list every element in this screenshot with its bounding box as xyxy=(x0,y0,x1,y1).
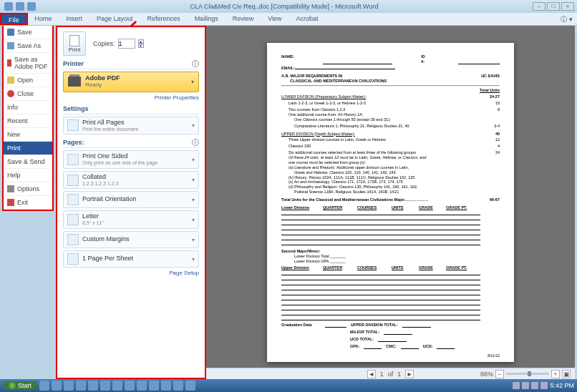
printer-properties-link[interactable]: Printer Properties xyxy=(63,94,199,101)
copies-group: Copies: ▲ ▼ xyxy=(93,39,144,49)
setting-allpages[interactable]: Print All PagesPrint the entire document… xyxy=(63,117,199,135)
taskbar-app-icon[interactable] xyxy=(149,381,159,391)
allpages-icon xyxy=(67,119,79,131)
print-preview: NAME: ID #: EMAIL: A.B. MAJOR REQUIREMEN… xyxy=(206,26,575,379)
qat-undo-icon[interactable] xyxy=(16,2,24,11)
menu-info[interactable]: Info xyxy=(4,101,52,114)
options-icon xyxy=(7,185,14,192)
page-total: 1 xyxy=(397,371,401,378)
pdf-icon xyxy=(7,59,11,67)
zoom-control: 86% − + ▣ xyxy=(480,370,571,378)
qat-redo-icon[interactable] xyxy=(27,2,36,11)
tab-insert[interactable]: Insert xyxy=(59,13,90,25)
window-buttons: – □ × xyxy=(533,2,574,11)
pages-heading: Pages:i xyxy=(63,139,199,148)
saveas-icon xyxy=(7,42,14,49)
setting-perpage[interactable]: 1 Page Per Sheet ▾ xyxy=(63,250,199,268)
menu-help[interactable]: Help xyxy=(4,169,52,182)
tab-references[interactable]: References xyxy=(140,13,188,25)
tray-icon[interactable] xyxy=(540,382,548,389)
system-tray: 5:42 PM xyxy=(513,382,574,389)
ribbon-help-icon[interactable]: ⓘ ▾ xyxy=(556,13,577,25)
print-panel: Print Copies: ▲ ▼ Printeri Adobe PDF Rea… xyxy=(56,26,206,379)
taskbar-app-icon[interactable] xyxy=(125,381,135,391)
menu-save-pdf[interactable]: Save as Adobe PDF xyxy=(4,53,52,74)
menu-close[interactable]: Close xyxy=(4,87,52,101)
taskbar-app-icon[interactable] xyxy=(76,381,86,391)
copies-input[interactable] xyxy=(118,39,135,49)
maximize-button[interactable]: □ xyxy=(547,2,560,11)
windows-orb-icon xyxy=(9,382,16,389)
tray-icon[interactable] xyxy=(531,382,538,389)
printer-heading: Printeri xyxy=(63,60,199,69)
setting-orientation[interactable]: Portrait Orientation ▾ xyxy=(63,191,199,208)
tab-mailings[interactable]: Mailings xyxy=(188,13,226,25)
qat-save-icon[interactable] xyxy=(4,2,13,11)
taskbar-app-icon[interactable] xyxy=(137,381,147,391)
zoom-slider[interactable] xyxy=(506,373,549,375)
taskbar: Start 5:42 PM xyxy=(0,379,577,392)
tab-view[interactable]: View xyxy=(261,13,288,25)
ribbon-tabs: File Home Insert Page Layout References … xyxy=(0,13,577,26)
settings-heading: Settings xyxy=(63,105,199,114)
tray-icon[interactable] xyxy=(522,382,529,389)
print-button-row: Print Copies: ▲ ▼ xyxy=(63,31,199,56)
setting-margins[interactable]: Custom Margins ▾ xyxy=(63,231,199,248)
page-setup-link[interactable]: Page Setup xyxy=(63,270,199,276)
printer-select[interactable]: Adobe PDF Ready ▾ xyxy=(63,72,199,92)
tab-file[interactable]: File xyxy=(0,13,28,25)
taskbar-app-icon[interactable] xyxy=(185,381,195,391)
setting-collated[interactable]: Collated1,2,3 1,2,3 1,2,3 ▾ xyxy=(63,171,199,190)
minimize-button[interactable]: – xyxy=(533,2,546,11)
zoom-out-button[interactable]: − xyxy=(495,370,504,378)
copies-spinner: ▲ ▼ xyxy=(138,39,144,48)
taskbar-app-icon[interactable] xyxy=(112,381,122,391)
menu-open[interactable]: Open xyxy=(4,74,52,87)
zoom-in-button[interactable]: + xyxy=(551,370,560,378)
menu-print[interactable]: Print xyxy=(4,142,52,155)
menu-options[interactable]: Options xyxy=(4,182,52,196)
tab-acrobat[interactable]: Acrobat xyxy=(289,13,326,25)
letter-icon xyxy=(67,214,79,225)
preview-footer: ◄ 1 of 1 ► 86% − + ▣ xyxy=(206,368,575,379)
prev-page-button[interactable]: ◄ xyxy=(367,370,376,378)
menu-save-send[interactable]: Save & Send xyxy=(4,155,52,169)
taskbar-app-icon[interactable] xyxy=(88,381,98,391)
print-button[interactable]: Print xyxy=(63,31,86,56)
clock[interactable]: 5:42 PM xyxy=(550,382,574,389)
next-page-button[interactable]: ► xyxy=(405,370,414,378)
document-page: NAME: ID #: EMAIL: A.B. MAJOR REQUIREMEN… xyxy=(267,43,514,362)
close-button[interactable]: × xyxy=(561,2,574,11)
info-icon[interactable]: i xyxy=(192,139,199,146)
taskbar-app-icon[interactable] xyxy=(64,381,74,391)
info-icon[interactable]: i xyxy=(192,60,199,67)
tray-icon[interactable] xyxy=(513,382,520,389)
portrait-icon xyxy=(67,194,79,205)
taskbar-app-icon[interactable] xyxy=(52,381,62,391)
taskbar-app-icon[interactable] xyxy=(173,381,183,391)
backstage-view: Print Copies: ▲ ▼ Printeri Adobe PDF Rea… xyxy=(56,26,575,379)
spin-down[interactable]: ▼ xyxy=(138,44,144,48)
open-icon xyxy=(7,77,14,84)
printer-device-icon xyxy=(68,77,81,87)
menu-recent[interactable]: Recent xyxy=(4,114,52,128)
start-button[interactable]: Start xyxy=(3,381,37,390)
taskbar-app-icon[interactable] xyxy=(100,381,110,391)
menu-save[interactable]: Save xyxy=(4,26,52,39)
close-icon xyxy=(7,90,14,97)
menu-exit[interactable]: Exit xyxy=(4,196,52,210)
setting-onesided[interactable]: Print One SidedOnly print on one side of… xyxy=(63,150,199,169)
menu-saveas[interactable]: Save As xyxy=(4,39,52,53)
tab-home[interactable]: Home xyxy=(28,13,59,25)
taskbar-app-icon[interactable] xyxy=(161,381,171,391)
onesided-icon xyxy=(67,154,79,165)
page-current: 1 xyxy=(380,371,384,378)
exit-icon xyxy=(7,199,14,206)
file-menu: Save Save As Save as Adobe PDF Open Clos… xyxy=(2,26,54,211)
tab-review[interactable]: Review xyxy=(226,13,261,25)
zoom-fit-button[interactable]: ▣ xyxy=(562,370,571,378)
setting-paper[interactable]: Letter8.5" x 11" ▾ xyxy=(63,210,199,229)
taskbar-app-icon[interactable] xyxy=(39,381,49,391)
menu-new[interactable]: New xyxy=(4,128,52,142)
tab-pagelayout[interactable]: Page Layout xyxy=(89,13,140,25)
